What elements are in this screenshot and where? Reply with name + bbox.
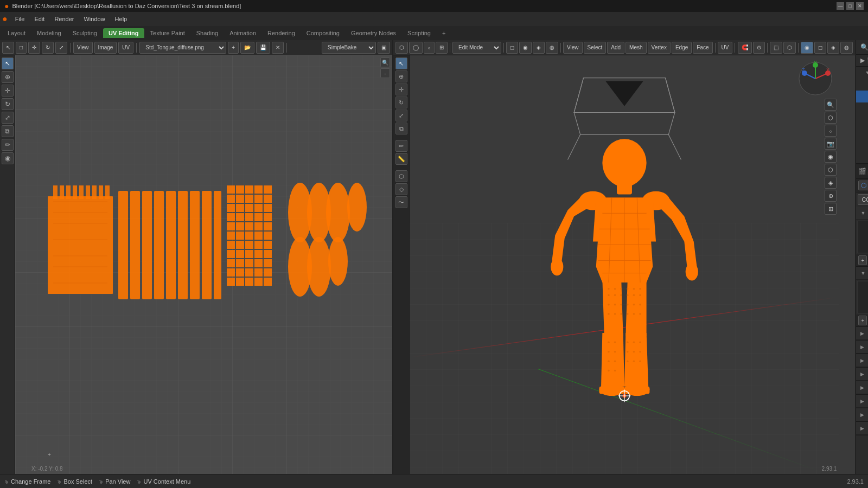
viewport-icon-2[interactable]: ◯ [409, 42, 423, 54]
texture-space-header[interactable]: ▶ Texture Space [856, 381, 868, 394]
xray-btn[interactable]: ⬡ [783, 42, 796, 54]
face-menu[interactable]: Face [693, 42, 712, 54]
select-menu[interactable]: Select [584, 42, 607, 54]
view-clip-btn[interactable]: ⊕ [825, 190, 837, 202]
edge-menu[interactable]: Edge [672, 42, 692, 54]
vp-tool-transform[interactable]: ⧉ [395, 123, 407, 134]
add-menu[interactable]: Add [607, 42, 624, 54]
shape-keys-header[interactable]: ▼ Shape Keys [856, 267, 868, 280]
prop-render-icon[interactable]: 🎬 [858, 165, 866, 177]
viewport-icon-3[interactable]: ⬦ [424, 42, 435, 54]
view-align-btn[interactable]: ⊞ [825, 203, 837, 215]
vertex-colors-header[interactable]: ▶ Vertex Colors [856, 341, 868, 354]
view-local-btn[interactable]: ◈ [825, 177, 837, 189]
tab-scripting[interactable]: Scripting [402, 28, 436, 38]
menu-help[interactable]: Help [111, 15, 132, 23]
rendered-mode-btn[interactable]: ◍ [840, 42, 853, 54]
tab-modeling[interactable]: Modeling [31, 28, 67, 38]
tab-animation[interactable]: Animation [224, 28, 261, 38]
mesh-menu[interactable]: Mesh [626, 42, 646, 54]
tab-uv-editing[interactable]: UV Editing [103, 28, 144, 38]
view-ortho-btn[interactable]: ⬡ [825, 164, 837, 176]
save-image-button[interactable]: 💾 [256, 42, 270, 54]
shading-material[interactable]: ◈ [533, 42, 545, 54]
collection-item[interactable]: ▼ 📁 Collection 👁 📷 [856, 67, 868, 79]
menu-render[interactable]: Render [50, 15, 78, 23]
uv-tool-rotate[interactable]: ↻ [42, 42, 54, 54]
menu-file[interactable]: File [11, 15, 29, 23]
snap-btn[interactable]: 🧲 [738, 42, 752, 54]
close-button[interactable]: ✕ [856, 2, 864, 10]
uv-tool-move-2[interactable]: ✛ [2, 85, 14, 97]
vp-tool-cursor[interactable]: ⊕ [395, 70, 407, 82]
uv-tool-annotate[interactable]: ✏ [2, 139, 14, 151]
view-side-btn[interactable]: ⬡ [825, 112, 837, 124]
uv-tool-box-select[interactable]: ↖ [2, 57, 14, 69]
sidebar-scene-icon[interactable]: 🔍 [858, 41, 868, 53]
uv-canvas[interactable]: + [15, 55, 392, 474]
uv-maps-header[interactable]: ▶ UV Maps [856, 327, 868, 340]
tab-texture-paint[interactable]: Texture Paint [145, 28, 190, 38]
uv-menu-viewport[interactable]: UV [718, 42, 733, 54]
uv-tool-cursor-2[interactable]: ⊕ [2, 71, 14, 83]
uv-image-menu[interactable]: Image [94, 42, 117, 54]
title-bar-controls[interactable]: — □ ✕ [837, 2, 864, 10]
uv-tool-move[interactable]: ✛ [28, 42, 40, 54]
tab-shading[interactable]: Shading [191, 28, 224, 38]
tab-sculpting[interactable]: Sculpting [67, 28, 103, 38]
normals-header[interactable]: ▶ Normals [856, 368, 868, 381]
uv-tool-scale-2[interactable]: ⤢ [2, 112, 14, 124]
tab-compositing[interactable]: Compositing [301, 28, 345, 38]
minimize-button[interactable]: — [837, 2, 844, 10]
add-workspace-button[interactable]: + [437, 28, 451, 38]
solid-mode-btn[interactable]: ◉ [801, 42, 813, 54]
view-perspective-btn[interactable]: ◉ [825, 151, 837, 163]
wire-mode-btn[interactable]: ◻ [814, 42, 826, 54]
light-001-item[interactable]: ☀ Light.001 👁 📷 [856, 114, 868, 126]
shading-render[interactable]: ◍ [546, 42, 558, 54]
menu-edit[interactable]: Edit [30, 15, 49, 23]
uv-tool-transform[interactable]: ⧉ [2, 125, 14, 137]
vp-tool-rotate[interactable]: ↻ [395, 97, 407, 108]
vertex-menu[interactable]: Vertex [648, 42, 671, 54]
face-maps-header[interactable]: ▶ Face Maps [856, 354, 868, 367]
proportional-btn[interactable]: ⊙ [753, 42, 765, 54]
viewport-icon-4[interactable]: ⊞ [436, 42, 448, 54]
maximize-button[interactable]: □ [846, 2, 854, 10]
uv-zoom-out[interactable]: - [380, 68, 390, 78]
character-item[interactable]: ⬡ CC3+BaseFemaleInDaz-A-Pose 👁 📷 [856, 91, 868, 102]
uv-view-menu[interactable]: View [73, 42, 93, 54]
vp-tool-select[interactable]: ↖ [395, 57, 407, 69]
vp-tool-warp[interactable]: 〜 [395, 196, 407, 208]
tab-layout[interactable]: Layout [2, 28, 31, 38]
sk-add-btn[interactable]: + [858, 316, 867, 325]
vp-tool-scale[interactable]: ⤢ [395, 110, 407, 121]
edit-mode-selector[interactable]: Edit Mode Object Mode Sculpt Mode [452, 42, 501, 54]
menu-window[interactable]: Window [79, 15, 109, 23]
vp-tool-annotate[interactable]: ✏ [395, 140, 407, 152]
overlay-btn[interactable]: ⬚ [770, 42, 782, 54]
tab-geometry-nodes[interactable]: Geometry Nodes [346, 28, 401, 38]
3d-scene[interactable]: X Y Z 🔍 ⬡ ⬦ 📷 [410, 55, 839, 474]
view-top-btn[interactable]: ⬦ [825, 125, 837, 137]
object-name-display[interactable]: CC3+BaseFemaleInDaz-A-Pose [858, 194, 868, 205]
viewport-icon-1[interactable]: ⬡ [395, 42, 408, 54]
remesh-header[interactable]: ▶ Remesh [856, 395, 868, 408]
viewport-mode-btn[interactable]: ▣ [378, 42, 390, 54]
shading-solid[interactable]: ◉ [519, 42, 532, 54]
close-image-button[interactable]: ✕ [272, 42, 284, 54]
material-selector[interactable]: SimpleBake [322, 42, 376, 54]
vp-tool-measure[interactable]: 📏 [395, 153, 407, 165]
new-image-button[interactable]: + [228, 42, 239, 54]
image-selector[interactable]: Std_Tongue_diffuse.png [139, 42, 226, 54]
uv-tool-scale[interactable]: ⤢ [55, 42, 67, 54]
vg-add-btn[interactable]: + [858, 255, 867, 265]
view-camera-btn[interactable]: 📷 [825, 138, 837, 150]
uv-tool-cursor[interactable]: ↖ [2, 42, 14, 54]
vp-tool-mesh-add[interactable]: ⬡ [395, 170, 407, 182]
camera-item[interactable]: 📷 Camera 👁 📷 [856, 79, 868, 91]
uv-zoom-in[interactable]: 🔍 [380, 57, 390, 67]
uv-tool-select[interactable]: □ [16, 42, 27, 54]
vp-tool-move[interactable]: ✛ [395, 84, 407, 95]
geometry-data-header[interactable]: ▶ Geometry Data [856, 408, 868, 421]
